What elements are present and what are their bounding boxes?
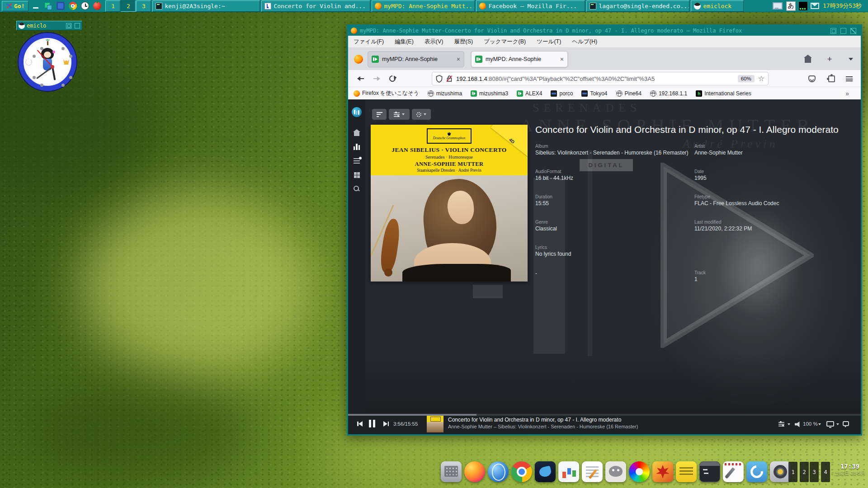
new-tab-button[interactable]: +: [824, 54, 835, 65]
yellow-notes-icon[interactable]: [676, 461, 697, 482]
thunderbird-icon[interactable]: [535, 461, 556, 482]
sidebar-item-browse[interactable]: [351, 169, 362, 180]
terminal-icon[interactable]: [699, 461, 720, 482]
tab-close-icon[interactable]: ×: [457, 56, 460, 63]
tab-mympd-1[interactable]: myMPD: Anne-Sophie ×: [368, 51, 464, 67]
previous-button[interactable]: [357, 421, 363, 427]
bookmark-tokyo4[interactable]: Tokyo4: [581, 90, 607, 97]
menu-file[interactable]: ファイル(F): [354, 38, 384, 46]
view-settings-button[interactable]: [389, 109, 410, 120]
taskbar-window-mympd[interactable]: myMPD: Anne-Sophie Mutt...: [372, 0, 475, 12]
menu-help[interactable]: ヘルプ(H): [572, 38, 597, 46]
reload-button[interactable]: [388, 74, 397, 83]
back-button[interactable]: [356, 74, 365, 83]
mympd-logo-icon[interactable]: [352, 107, 362, 117]
menu-history[interactable]: 履歴(S): [454, 38, 473, 46]
ime-tray-icon[interactable]: あ: [786, 1, 796, 11]
chrome-icon[interactable]: [69, 2, 77, 10]
firefox-icon[interactable]: [464, 461, 485, 482]
blue-swirl-icon[interactable]: [746, 461, 767, 482]
bookmark-international-series[interactable]: hInternational Series: [696, 90, 751, 97]
display-tray-icon[interactable]: [772, 2, 783, 10]
go-menu-button[interactable]: Go!: [2, 1, 28, 11]
bookmark-router[interactable]: 192.168.1.1: [650, 90, 687, 97]
bookmark-porco[interactable]: porco: [551, 90, 573, 97]
output-button[interactable]: [826, 421, 834, 427]
bookmark-star-icon[interactable]: ☆: [758, 75, 764, 82]
volume-caret[interactable]: [818, 423, 821, 425]
gimp-icon[interactable]: [605, 461, 626, 482]
sidebar-item-home[interactable]: [351, 127, 362, 138]
bar-chart-icon[interactable]: [558, 461, 579, 482]
pager-desktop-3[interactable]: 3: [810, 462, 819, 482]
bookmark-mizushima[interactable]: mizushima: [428, 90, 462, 97]
pager-desktop-2[interactable]: 2: [800, 462, 809, 482]
bookmark-firefox-tips[interactable]: Firefox を使いこなそう: [354, 89, 419, 97]
bookmarks-overflow-chevron[interactable]: »: [845, 90, 849, 97]
camera-lens-icon[interactable]: [770, 461, 791, 482]
taskbar-window-terminal[interactable]: kenji@2A3single:~: [152, 0, 260, 12]
color-wheel-icon[interactable]: [629, 461, 650, 482]
zoom-level-badge[interactable]: 60%: [738, 75, 755, 82]
chrome-icon[interactable]: [511, 461, 532, 482]
taskbar-window-facebook[interactable]: Facebook — Mozilla Fir...: [476, 0, 585, 12]
emiclock-titlebar[interactable]: emiclo: [16, 21, 82, 30]
pause-button[interactable]: [369, 420, 375, 427]
menu-tools[interactable]: ツール(T): [537, 38, 561, 46]
menu-bookmarks[interactable]: ブックマーク(B): [484, 38, 526, 46]
taskbar-window-lagarto[interactable]: lagarto@single-ended.co...: [586, 0, 689, 12]
lyrics-button[interactable]: [843, 421, 849, 426]
close-button[interactable]: [850, 28, 856, 34]
app-menu-button[interactable]: [844, 74, 854, 83]
sidebar-item-search[interactable]: [351, 183, 362, 194]
web-browser-icon[interactable]: [488, 461, 509, 482]
taskbar-window-emiclock[interactable]: emiclock: [691, 0, 744, 12]
apple-icon[interactable]: [93, 2, 101, 10]
output-caret[interactable]: [836, 423, 839, 425]
firefox-view-icon[interactable]: [354, 55, 363, 64]
settings-caret[interactable]: [788, 423, 790, 425]
queue-settings-button[interactable]: [778, 422, 784, 427]
workspace-1[interactable]: 1: [105, 0, 120, 12]
keyboard-input-icon[interactable]: [441, 461, 462, 482]
seek-bar[interactable]: [348, 414, 861, 416]
workspace-2[interactable]: 2: [121, 0, 136, 12]
home-button[interactable]: [802, 54, 813, 65]
iconify-button[interactable]: [830, 28, 836, 34]
shield-icon[interactable]: [436, 75, 443, 83]
pocket-button[interactable]: [807, 74, 816, 83]
text-editor-icon[interactable]: [723, 461, 744, 482]
minimize-icon[interactable]: [32, 2, 40, 10]
playback-settings-button[interactable]: [412, 109, 431, 120]
volume-button[interactable]: [795, 421, 802, 427]
bookmark-pine64[interactable]: Pine64: [616, 90, 642, 97]
blue-app-icon[interactable]: [57, 2, 65, 10]
pager-desktop-4[interactable]: 4: [821, 462, 830, 482]
bookmark-mizushima3[interactable]: mizushima3: [471, 90, 508, 97]
extensions-button[interactable]: [827, 74, 836, 83]
office-document-icon[interactable]: [582, 461, 603, 482]
mail-tray-icon[interactable]: [811, 3, 819, 9]
queue-sort-button[interactable]: [372, 109, 387, 120]
taskbar-window-concerto[interactable]: Concerto for Violin and...: [261, 0, 370, 12]
next-button[interactable]: [383, 421, 389, 427]
workspace-3[interactable]: 3: [136, 0, 151, 12]
iconify-button[interactable]: [66, 23, 71, 28]
tab-list-button[interactable]: [845, 54, 856, 65]
tab-mympd-2[interactable]: myMPD: Anne-Sophie ×: [471, 51, 568, 67]
url-bar[interactable]: 192.168.1.4:8080/#{"card"%3A"Playback"%2…: [432, 72, 769, 85]
menu-view[interactable]: 表示(V): [425, 38, 443, 46]
pager-desktop-1[interactable]: 1: [788, 462, 797, 482]
screenshot-tray-icon[interactable]: [799, 2, 807, 10]
photo-leaf-icon[interactable]: [652, 461, 673, 482]
windows-icon[interactable]: [44, 2, 52, 10]
menu-edit[interactable]: 編集(E): [395, 38, 414, 46]
insecure-lock-icon[interactable]: [446, 75, 453, 82]
sidebar-item-playback[interactable]: [351, 141, 362, 152]
maximize-button[interactable]: [75, 23, 80, 28]
bookmark-alex4[interactable]: ALEX4: [517, 90, 542, 97]
forward-button[interactable]: [372, 74, 381, 83]
clock-icon[interactable]: [81, 2, 89, 10]
tab-close-icon[interactable]: ×: [560, 56, 564, 63]
maximize-button[interactable]: [840, 28, 846, 34]
